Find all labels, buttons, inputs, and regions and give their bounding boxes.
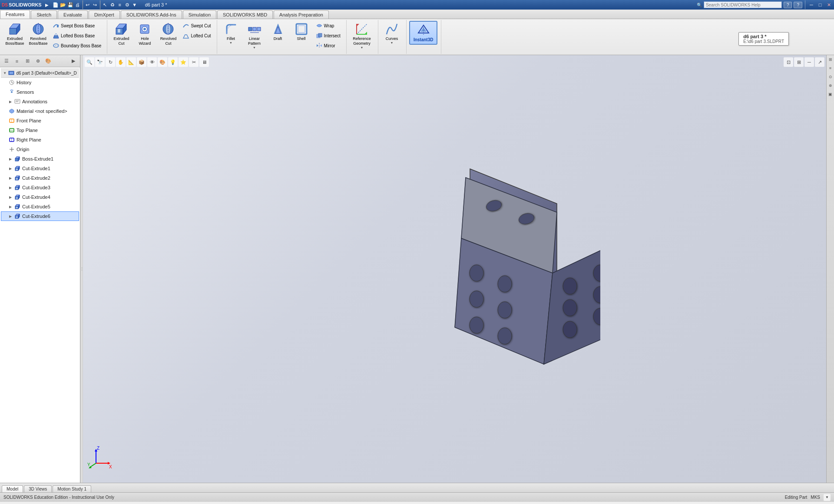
undo-btn[interactable]: ↩ bbox=[84, 1, 91, 8]
qa-dropdown[interactable]: ▼ bbox=[131, 1, 138, 8]
right-panel-btn-4[interactable]: ⊕ bbox=[827, 82, 834, 89]
3d-views-tab[interactable]: 3D Views bbox=[24, 485, 52, 492]
hide-show-btn[interactable]: 👁 bbox=[147, 57, 157, 67]
tab-evaluate[interactable]: Evaluate bbox=[58, 10, 88, 19]
lofted-cut-btn[interactable]: Lofted Cut bbox=[180, 31, 213, 40]
minimize-btn[interactable]: ─ bbox=[808, 1, 815, 8]
tree-filter-btn[interactable]: ≡ bbox=[12, 56, 22, 66]
restore-btn[interactable]: □ bbox=[817, 1, 824, 8]
tree-item-cut-extrude1[interactable]: ▶ Cut-Extrude1 bbox=[1, 164, 79, 173]
tree-item-history[interactable]: History bbox=[1, 78, 79, 87]
annotations-arrow[interactable]: ▶ bbox=[8, 99, 13, 104]
float-viewport-btn[interactable]: ↗ bbox=[815, 57, 824, 67]
tree-header[interactable]: ▼ d6 part 3 (Default<<Default>_Display bbox=[1, 68, 79, 78]
cut-extrude5-arrow[interactable]: ▶ bbox=[8, 204, 13, 209]
tree-item-cut-extrude6[interactable]: ▶ Cut-Extrude6 bbox=[1, 211, 79, 221]
redo-btn[interactable]: ↪ bbox=[92, 1, 99, 8]
hole-wizard-btn[interactable]: HoleWizard bbox=[133, 21, 156, 47]
right-panel-btn-5[interactable]: ▣ bbox=[827, 91, 834, 98]
options-btn-qa[interactable]: ⚙ bbox=[124, 1, 131, 8]
tree-item-material[interactable]: Material <not specified> bbox=[1, 106, 79, 116]
revolved-boss-base-btn[interactable]: RevolvedBoss/Base bbox=[27, 21, 50, 47]
scene-btn[interactable]: 💡 bbox=[168, 57, 178, 67]
display-style-btn[interactable]: 📦 bbox=[137, 57, 146, 67]
print-file-btn[interactable]: 🖨 bbox=[74, 1, 81, 8]
tab-dimxpert[interactable]: DimXpert bbox=[89, 10, 120, 19]
draft-btn[interactable]: Draft bbox=[267, 21, 289, 43]
right-panel-btn-1[interactable]: ⊞ bbox=[827, 56, 834, 63]
help-search-input[interactable] bbox=[704, 1, 782, 8]
zoom-area-btn[interactable]: 🔭 bbox=[95, 57, 105, 67]
tab-features[interactable]: Features bbox=[0, 10, 30, 19]
boundary-boss-btn[interactable]: Boundary Boss Base bbox=[50, 41, 103, 50]
viewport-controls-btn[interactable]: 🖥 bbox=[199, 57, 209, 67]
tree-list-btn[interactable]: ☰ bbox=[2, 56, 11, 66]
file-props-btn[interactable]: ≡ bbox=[116, 1, 123, 8]
curves-btn[interactable]: Curves ▼ bbox=[381, 21, 403, 46]
tree-item-boss-extrude1[interactable]: ▶ Boss-Extrude1 bbox=[1, 154, 79, 164]
tree-expand-btn[interactable]: ▶ bbox=[69, 56, 78, 66]
rotate-view-btn[interactable]: ↻ bbox=[106, 57, 115, 67]
tab-mbd[interactable]: SOLIDWORKS MBD bbox=[217, 10, 273, 19]
tab-addins[interactable]: SOLIDWORKS Add-Ins bbox=[121, 10, 182, 19]
tree-plus-btn[interactable]: ⊕ bbox=[33, 56, 43, 66]
tree-item-sensors[interactable]: Sensors bbox=[1, 87, 79, 97]
question-mark-btn[interactable]: ? bbox=[794, 2, 802, 8]
cut-extrude1-arrow[interactable]: ▶ bbox=[8, 166, 13, 171]
reference-geometry-btn[interactable]: ReferenceGeometry ▼ bbox=[349, 21, 374, 50]
motion-study-tab[interactable]: Motion Study 1 bbox=[53, 485, 91, 492]
linear-pattern-btn[interactable]: LinearPattern ▼ bbox=[243, 21, 266, 50]
help-btn[interactable]: ? bbox=[784, 2, 792, 8]
revolved-cut-btn[interactable]: RevolvedCut bbox=[157, 21, 179, 47]
tab-analysis[interactable]: Analysis Preparation bbox=[274, 10, 329, 19]
extruded-cut-btn[interactable]: ExtrudedCut bbox=[110, 21, 132, 47]
tree-color-btn[interactable]: 🎨 bbox=[43, 56, 53, 66]
realview-btn[interactable]: ⭐ bbox=[179, 57, 188, 67]
tree-item-cut-extrude4[interactable]: ▶ Cut-Extrude4 bbox=[1, 192, 79, 202]
swept-cut-btn[interactable]: Swept Cut bbox=[180, 21, 213, 30]
cut-extrude6-arrow[interactable]: ▶ bbox=[8, 214, 13, 218]
tree-item-cut-extrude5[interactable]: ▶ Cut-Extrude5 bbox=[1, 202, 79, 211]
edit-appearance-btn[interactable]: 🎨 bbox=[158, 57, 167, 67]
tab-sketch[interactable]: Sketch bbox=[31, 10, 57, 19]
extruded-boss-base-btn[interactable]: ExtrudedBoss/Base bbox=[3, 21, 26, 47]
zoom-to-fit-btn[interactable]: 🔍 bbox=[85, 57, 94, 67]
intersect-btn[interactable]: Intersect bbox=[314, 31, 343, 40]
lofted-boss-btn[interactable]: Lofted Boss Base bbox=[50, 31, 103, 40]
section-view-btn[interactable]: ✂ bbox=[189, 57, 199, 67]
close-btn[interactable]: ✕ bbox=[825, 1, 832, 8]
tree-item-origin[interactable]: Origin bbox=[1, 145, 79, 154]
select-arrow-btn[interactable]: ↖ bbox=[102, 1, 109, 8]
viewport[interactable]: 🔍 🔭 ↻ ✋ 📐 📦 👁 🎨 💡 ⭐ ✂ 🖥 ⊡ ⊞ ─ ↗ bbox=[83, 55, 826, 483]
tree-item-cut-extrude3[interactable]: ▶ Cut-Extrude3 bbox=[1, 183, 79, 192]
tree-item-right-plane[interactable]: Right Plane bbox=[1, 135, 79, 145]
shell-btn[interactable]: Shell bbox=[290, 21, 313, 43]
tree-item-front-plane[interactable]: Front Plane bbox=[1, 116, 79, 125]
right-panel-btn-2[interactable]: ≡ bbox=[827, 65, 834, 72]
minimize-viewport-btn[interactable]: ─ bbox=[804, 57, 814, 67]
rebuild-btn[interactable]: ♻ bbox=[109, 1, 116, 8]
swept-boss-btn[interactable]: Swept Boss Base bbox=[50, 21, 103, 30]
wrap-btn[interactable]: Wrap bbox=[314, 21, 343, 30]
tree-item-annotations[interactable]: ▶ Annotations bbox=[1, 97, 79, 106]
expand-arrow[interactable]: ▶ bbox=[45, 3, 49, 7]
tree-header-arrow[interactable]: ▼ bbox=[3, 71, 7, 75]
tab-simulation[interactable]: Simulation bbox=[183, 10, 216, 19]
ref-geom-dropdown[interactable]: ▼ bbox=[360, 46, 363, 49]
fillet-btn[interactable]: Fillet ▼ bbox=[220, 21, 242, 46]
linear-pattern-dropdown[interactable]: ▼ bbox=[253, 46, 256, 49]
cut-extrude4-arrow[interactable]: ▶ bbox=[8, 195, 13, 199]
save-file-btn[interactable]: 💾 bbox=[67, 1, 74, 8]
units-dropdown[interactable]: ▼ bbox=[824, 494, 831, 501]
view-orient-btn[interactable]: 📐 bbox=[126, 57, 136, 67]
instant3d-btn[interactable]: Instant3D bbox=[409, 21, 438, 45]
boss-extrude1-arrow[interactable]: ▶ bbox=[8, 157, 13, 161]
restore-viewport-btn[interactable]: ⊡ bbox=[784, 57, 793, 67]
new-file-btn[interactable]: 📄 bbox=[52, 1, 59, 8]
cut-extrude3-arrow[interactable]: ▶ bbox=[8, 185, 13, 190]
open-file-btn[interactable]: 📂 bbox=[60, 1, 66, 8]
tree-item-top-plane[interactable]: Top Plane bbox=[1, 125, 79, 135]
mirror-btn[interactable]: Mirror bbox=[314, 41, 343, 50]
curves-dropdown[interactable]: ▼ bbox=[390, 41, 393, 44]
cut-extrude2-arrow[interactable]: ▶ bbox=[8, 176, 13, 180]
